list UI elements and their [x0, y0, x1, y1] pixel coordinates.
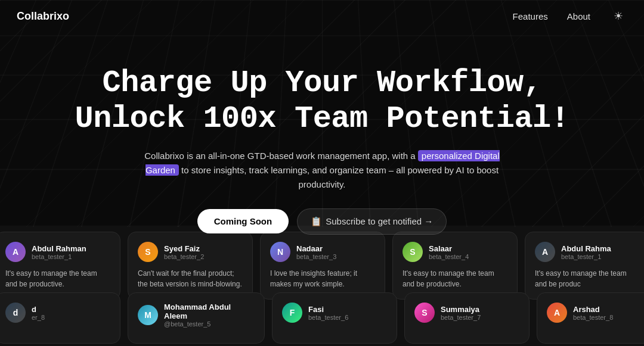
- card-identity: Summaiya beta_tester_7: [441, 305, 481, 321]
- avatar: F: [282, 303, 302, 323]
- card-name: Syed Faiz: [164, 244, 204, 253]
- avatar: S: [414, 303, 435, 323]
- card-identity: Abdul Rahman beta_tester_1: [32, 244, 86, 260]
- list-item: M Mohammad Abdul Aleem @beta_tester_5: [128, 292, 265, 344]
- card-text: It's easy to manage the team and be prod…: [5, 268, 110, 289]
- nav-about[interactable]: About: [567, 11, 590, 21]
- list-item: A Abdul Rahma beta_tester_1 It's easy to…: [525, 232, 644, 300]
- card-handle: beta_tester_6: [308, 314, 348, 321]
- card-identity: Mohammad Abdul Aleem @beta_tester_5: [164, 303, 255, 328]
- card-identity: Fasi beta_tester_6: [308, 305, 348, 321]
- card-handle: er_8: [32, 314, 45, 321]
- list-item: A Arshad beta_tester_8: [537, 292, 644, 344]
- avatar: S: [138, 242, 158, 262]
- card-text: Can't wait for the final product; the be…: [138, 268, 243, 289]
- hero-buttons: Coming Soon 📋 Subscribe to get notified …: [197, 208, 447, 235]
- card-identity: d er_8: [32, 305, 45, 321]
- testimonials-row-2: d d er_8 M Mohammad Abdul Aleem @beta_te…: [0, 292, 644, 344]
- subscribe-button[interactable]: 📋 Subscribe to get notified →: [297, 208, 447, 235]
- avatar: S: [402, 242, 423, 262]
- avatar: A: [535, 242, 555, 262]
- card-header: S Syed Faiz beta_tester_2: [138, 242, 243, 262]
- subscribe-icon: 📋: [311, 216, 322, 227]
- card-text: It's easy to manage the team and be prod…: [402, 268, 507, 289]
- card-identity: Syed Faiz beta_tester_2: [164, 244, 204, 260]
- avatar: M: [138, 305, 158, 325]
- card-header: S Summaiya beta_tester_7: [414, 303, 519, 323]
- card-handle: beta_tester_4: [429, 253, 469, 260]
- card-identity: Salaar beta_tester_4: [429, 244, 469, 260]
- theme-toggle-button[interactable]: ☀: [609, 7, 627, 25]
- card-header: S Salaar beta_tester_4: [402, 242, 507, 262]
- list-item: A Abdul Rahman beta_tester_1 It's easy t…: [0, 232, 120, 300]
- card-header: F Fasi beta_tester_6: [282, 303, 387, 323]
- list-item: S Salaar beta_tester_4 It's easy to mana…: [392, 232, 518, 300]
- card-name: Nadaar: [296, 244, 336, 253]
- list-item: S Summaiya beta_tester_7: [404, 292, 530, 344]
- hero-title: Charge Up Your Workflow, Unlock 100x Tea…: [75, 66, 569, 137]
- avatar: N: [270, 242, 290, 262]
- card-name: Mohammad Abdul Aleem: [164, 303, 255, 320]
- card-handle: beta_tester_7: [441, 314, 481, 321]
- subtitle-before: Collabrixo is an all-in-one GTD-based wo…: [144, 151, 418, 161]
- card-handle: beta_tester_8: [573, 314, 613, 321]
- hero-section: Charge Up Your Workflow, Unlock 100x Tea…: [0, 32, 644, 235]
- card-handle: beta_tester_3: [296, 253, 336, 260]
- card-handle: beta_tester_1: [32, 253, 86, 260]
- card-name: Salaar: [429, 244, 469, 253]
- card-handle: beta_tester_1: [561, 253, 611, 260]
- nav-links: Features About ☀: [513, 7, 627, 25]
- hero-subtitle: Collabrixo is an all-in-one GTD-based wo…: [128, 149, 516, 192]
- card-name: Arshad: [573, 305, 613, 314]
- list-item: N Nadaar beta_tester_3 I love the insigh…: [260, 232, 385, 300]
- testimonials-section: A Abdul Rahman beta_tester_1 It's easy t…: [0, 227, 644, 346]
- list-item: d d er_8: [0, 292, 120, 344]
- subscribe-text: Subscribe to get notified →: [326, 216, 433, 226]
- card-identity: Nadaar beta_tester_3: [296, 244, 336, 260]
- card-text: It's easy to manage the team and be prod…: [535, 268, 640, 289]
- card-identity: Arshad beta_tester_8: [573, 305, 613, 321]
- nav-features[interactable]: Features: [513, 11, 548, 21]
- card-name: Abdul Rahma: [561, 244, 611, 253]
- card-header: A Arshad beta_tester_8: [547, 303, 644, 323]
- card-header: N Nadaar beta_tester_3: [270, 242, 375, 262]
- card-text: I love the insights feature; it makes my…: [270, 268, 375, 289]
- avatar: A: [5, 242, 26, 262]
- navbar: Collabrixo Features About ☀: [0, 0, 644, 32]
- list-item: S Syed Faiz beta_tester_2 Can't wait for…: [128, 232, 253, 300]
- avatar: A: [547, 303, 567, 323]
- subtitle-after: to store insights, track learnings, and …: [179, 165, 499, 189]
- card-handle: @beta_tester_5: [164, 320, 255, 328]
- card-identity: Abdul Rahma beta_tester_1: [561, 244, 611, 260]
- card-name: Abdul Rahman: [32, 244, 86, 253]
- card-header: M Mohammad Abdul Aleem @beta_tester_5: [138, 303, 255, 328]
- card-handle: beta_tester_2: [164, 253, 204, 260]
- logo: Collabrixo: [17, 10, 69, 23]
- card-name: d: [32, 305, 45, 314]
- card-header: d d er_8: [5, 303, 110, 323]
- card-name: Summaiya: [441, 305, 481, 314]
- list-item: F Fasi beta_tester_6: [272, 292, 397, 344]
- testimonials-row-1: A Abdul Rahman beta_tester_1 It's easy t…: [0, 232, 644, 300]
- avatar: d: [5, 303, 26, 323]
- card-header: A Abdul Rahman beta_tester_1: [5, 242, 110, 262]
- card-header: A Abdul Rahma beta_tester_1: [535, 242, 640, 262]
- coming-soon-button[interactable]: Coming Soon: [197, 209, 289, 233]
- card-name: Fasi: [308, 305, 348, 314]
